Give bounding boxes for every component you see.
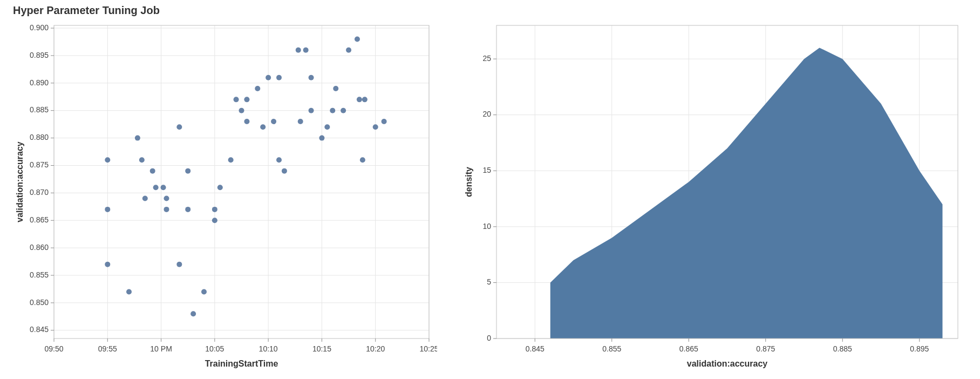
svg-rect-20	[54, 25, 429, 339]
scatter-point	[190, 311, 196, 316]
svg-text:10:05: 10:05	[205, 344, 224, 353]
scatter-point	[360, 157, 365, 163]
scatter-point	[282, 168, 287, 174]
svg-text:0.860: 0.860	[30, 243, 49, 252]
scatter-point	[296, 48, 301, 53]
scatter-point	[234, 97, 239, 102]
svg-text:0.900: 0.900	[30, 23, 49, 32]
scatter-point	[244, 97, 249, 102]
scatter-point	[355, 36, 360, 42]
scatter-point	[212, 218, 217, 223]
scatter-point	[298, 119, 303, 124]
svg-text:0.875: 0.875	[756, 344, 775, 353]
scatter-point	[330, 108, 335, 113]
svg-text:0.865: 0.865	[679, 344, 698, 353]
scatter-point	[126, 289, 132, 295]
scatter-point	[164, 196, 169, 201]
scatter-point	[244, 119, 249, 124]
scatter-point	[239, 108, 244, 113]
scatter-point	[309, 75, 314, 80]
svg-text:10:15: 10:15	[312, 344, 331, 353]
svg-text:0.845: 0.845	[30, 325, 49, 334]
scatter-point	[139, 157, 145, 163]
svg-text:09:55: 09:55	[98, 344, 117, 353]
scatter-point	[373, 124, 378, 130]
svg-text:0.875: 0.875	[30, 160, 49, 169]
density-chart: 0.8450.8550.8650.8750.8850.8950510152025…	[459, 20, 966, 371]
svg-text:10:10: 10:10	[259, 344, 278, 353]
svg-text:0.885: 0.885	[833, 344, 852, 353]
scatter-point	[333, 86, 338, 91]
svg-text:0.890: 0.890	[30, 78, 49, 87]
scatter-point	[150, 168, 155, 174]
scatter-point	[161, 185, 166, 190]
scatter-point	[201, 289, 207, 295]
scatter-point	[105, 157, 110, 163]
svg-text:5: 5	[487, 278, 491, 286]
scatter-point	[324, 124, 330, 130]
svg-text:0.880: 0.880	[30, 133, 49, 141]
svg-text:10:20: 10:20	[366, 344, 385, 353]
density-svg: 0.8450.8550.8650.8750.8850.8950510152025…	[459, 20, 966, 371]
svg-text:0.885: 0.885	[30, 105, 49, 114]
scatter-point	[228, 157, 234, 163]
svg-text:0.855: 0.855	[30, 270, 49, 279]
svg-text:0.895: 0.895	[30, 51, 49, 59]
scatter-point	[276, 157, 282, 163]
svg-text:20: 20	[482, 110, 491, 118]
svg-text:10:25: 10:25	[419, 344, 437, 353]
svg-text:0.845: 0.845	[526, 344, 545, 353]
scatter-point	[105, 262, 110, 267]
scatter-point	[105, 207, 110, 212]
svg-text:15: 15	[482, 166, 491, 174]
scatter-point	[217, 185, 223, 190]
page-title: Hyper Parameter Tuning Job	[13, 4, 969, 17]
scatter-point	[309, 108, 314, 113]
scatter-chart: 09:5009:5510 PM10:0510:1010:1510:2010:25…	[11, 20, 437, 371]
svg-text:0.870: 0.870	[30, 188, 49, 197]
svg-text:0.850: 0.850	[30, 298, 49, 307]
scatter-point	[319, 136, 324, 141]
scatter-point	[185, 168, 190, 174]
scatter-point	[362, 97, 368, 102]
scatter-point	[382, 119, 387, 124]
scatter-point	[142, 196, 148, 201]
scatter-point	[176, 262, 182, 267]
scatter-svg: 09:5009:5510 PM10:0510:1010:1510:2010:25…	[11, 20, 437, 371]
svg-text:09:50: 09:50	[44, 344, 63, 353]
scatter-point	[276, 75, 282, 80]
charts-row: 09:5009:5510 PM10:0510:1010:1510:2010:25…	[11, 20, 969, 371]
scatter-point	[357, 97, 362, 102]
scatter-point	[164, 207, 169, 212]
density-area	[550, 48, 943, 339]
svg-text:density: density	[464, 167, 473, 197]
scatter-point	[341, 108, 346, 113]
svg-text:0: 0	[487, 334, 491, 342]
svg-text:10 PM: 10 PM	[150, 344, 172, 353]
scatter-point	[271, 119, 276, 124]
scatter-point	[176, 124, 182, 130]
svg-text:0.865: 0.865	[30, 215, 49, 224]
svg-text:0.895: 0.895	[910, 344, 929, 353]
scatter-point	[185, 207, 190, 212]
scatter-point	[260, 124, 266, 130]
page: Hyper Parameter Tuning Job 09:5009:5510 …	[0, 0, 980, 379]
scatter-point	[153, 185, 159, 190]
svg-text:validation:accuracy: validation:accuracy	[15, 141, 24, 222]
svg-text:25: 25	[482, 54, 491, 63]
scatter-point	[266, 75, 271, 80]
scatter-point	[303, 48, 309, 53]
svg-text:TrainingStartTime: TrainingStartTime	[205, 359, 278, 368]
scatter-point	[255, 86, 260, 91]
svg-text:0.855: 0.855	[602, 344, 621, 353]
svg-text:10: 10	[482, 222, 491, 231]
svg-text:validation:accuracy: validation:accuracy	[687, 359, 768, 368]
scatter-point	[346, 48, 351, 53]
scatter-point	[212, 207, 217, 212]
scatter-point	[135, 136, 140, 141]
